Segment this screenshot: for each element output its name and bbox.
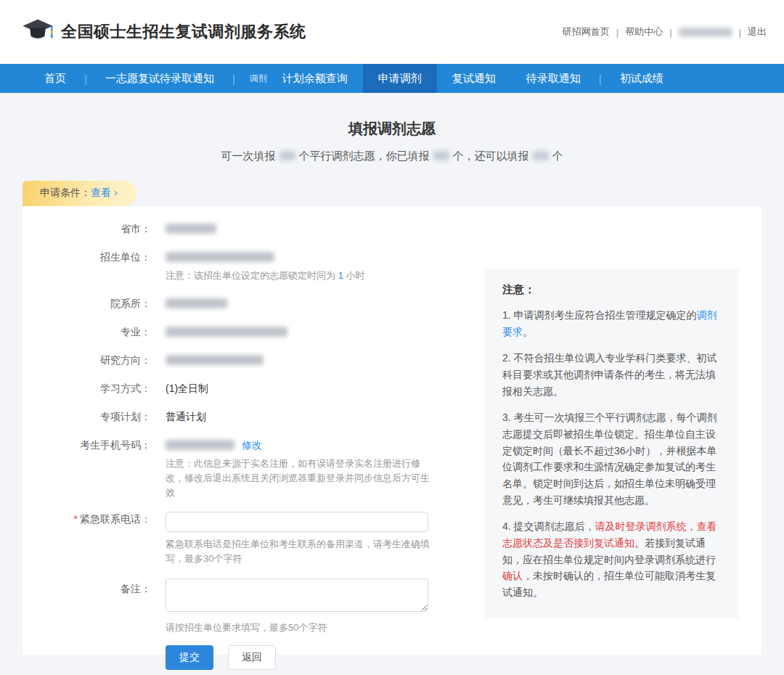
research-direction-value-redacted <box>166 355 264 365</box>
nav-item-first-choice[interactable]: 一志愿复试待录取通知 <box>90 64 229 93</box>
special-plan-label: 专项计划： <box>23 409 151 424</box>
major-value-redacted <box>166 327 287 337</box>
subtitle-text: 个 <box>552 150 563 162</box>
emergency-phone-label-text: 紧急联系电话： <box>80 513 151 525</box>
admission-unit-label: 招生单位： <box>23 250 151 283</box>
subtitle-text: 个平行调剂志愿，你已填报 <box>299 150 430 162</box>
province-label: 省市： <box>23 221 151 236</box>
main-nav: 首页 | 一志愿复试待录取通知 | 调剂 计划余额查询 申请调剂 复试通知 待录… <box>0 64 784 93</box>
notice-1-text: 1. 申请调剂考生应符合招生管理规定确定的 <box>502 309 697 321</box>
nav-item-home[interactable]: 首页 <box>29 64 81 93</box>
nav-separator: | <box>229 64 238 93</box>
lock-time-note: 注意：该招生单位设定的志愿锁定时间为 1 小时 <box>166 269 364 283</box>
notice-item-2: 2. 不符合招生单位调入专业学科门类要求、初试科目要求或其他调剂申请条件的考生，… <box>502 350 721 399</box>
notice-panel: 注意： 1. 申请调剂考生应符合招生管理规定确定的调剂要求。 2. 不符合招生单… <box>485 269 738 618</box>
graduation-cap-icon <box>22 17 54 46</box>
count-redacted <box>279 151 295 160</box>
emergency-phone-input[interactable] <box>166 512 428 532</box>
study-mode-label: 学习方式： <box>23 381 151 396</box>
nav-separator: | <box>596 64 605 93</box>
required-asterisk: * <box>74 513 78 525</box>
nav-item-retest-notice[interactable]: 复试通知 <box>437 64 511 93</box>
page-head: 填报调剂志愿 可一次填报个平行调剂志愿，你已填报个，还可以填报个 <box>0 93 784 163</box>
notice-item-4: 4. 提交调剂志愿后，请及时登录调剂系统，查看志愿状态及是否接到复试通知。若接到… <box>502 518 721 600</box>
notice-1-suffix: 。 <box>523 326 533 338</box>
phone-label: 考生手机号码： <box>23 438 151 500</box>
lock-time-value: 1 <box>338 270 343 281</box>
count-redacted <box>533 151 549 160</box>
separator: | <box>616 27 618 38</box>
phone-note: 注意：此信息来源于实名注册，如有误请登录实名注册进行修改，修改后退出系统且关闭浏… <box>166 457 436 500</box>
yz-home-link[interactable]: 研招网首页 <box>563 25 610 38</box>
emergency-phone-hint: 紧急联系电话是招生单位和考生联系的备用渠道，请考生准确填写，最多30个字符 <box>166 537 431 566</box>
special-plan-value: 普通计划 <box>166 409 206 424</box>
app-header: 全国硕士生招生复试调剂服务系统 研招网首页 | 帮助中心 | | 退出 <box>0 0 784 64</box>
remark-label: 备注： <box>23 578 151 670</box>
nav-item-apply-active[interactable]: 申请调剂 <box>363 64 437 93</box>
brand: 全国硕士生招生复试调剂服务系统 <box>22 17 306 46</box>
page-subtitle: 可一次填报个平行调剂志愿，你已填报个，还可以填报个 <box>0 150 784 163</box>
subtitle-text: 可一次填报 <box>221 150 276 162</box>
page-title: 填报调剂志愿 <box>0 119 784 139</box>
department-label: 院系所： <box>23 296 151 311</box>
major-label: 专业： <box>23 324 151 339</box>
notice-title: 注意： <box>502 283 721 297</box>
subtitle-text: 个，还可以填报 <box>453 150 529 162</box>
back-button[interactable]: 返回 <box>228 645 276 670</box>
study-mode-value: (1)全日制 <box>166 381 208 396</box>
nav-separator: | <box>81 64 90 93</box>
username-redacted <box>679 28 732 37</box>
department-value-redacted <box>166 298 227 308</box>
nav-item-admission-notice[interactable]: 待录取通知 <box>511 64 596 93</box>
app-title: 全国硕士生招生复试调剂服务系统 <box>61 21 306 43</box>
view-condition-link[interactable]: 查看 › <box>91 187 118 198</box>
research-direction-label: 研究方向： <box>23 353 151 367</box>
nav-item-plan-balance[interactable]: 计划余额查询 <box>267 64 363 93</box>
remark-textarea[interactable] <box>166 578 428 612</box>
lock-time-note-text: 注意：该招生单位设定的志愿锁定时间为 <box>166 270 338 281</box>
notice-4-text: ，未按时确认的，招生单位可能取消考生复试通知。 <box>502 570 716 598</box>
volunteer-form-card: 省市： 招生单位： 注意：该招生单位设定的志愿锁定时间为 1 小时 院系所： 专… <box>23 206 761 655</box>
modify-phone-link[interactable]: 修改 <box>242 439 262 451</box>
nav-item-exam-score[interactable]: 初试成绩 <box>605 64 679 93</box>
nav-group-tag-tiaoji: 调剂 <box>238 64 267 93</box>
notice-4-confirm: 确认 <box>502 570 523 581</box>
notice-item-1: 1. 申请调剂考生应符合招生管理规定确定的调剂要求。 <box>502 307 721 340</box>
apply-condition-label: 申请条件： <box>40 187 91 198</box>
separator: | <box>739 27 741 38</box>
emergency-phone-label: *紧急联系电话： <box>23 512 151 566</box>
notice-item-3: 3. 考生可一次填报三个平行调剂志愿，每个调剂志愿提交后即被招生单位锁定。招生单… <box>502 409 721 508</box>
count-redacted <box>433 151 449 160</box>
logout-link[interactable]: 退出 <box>748 25 767 38</box>
lock-time-unit: 小时 <box>343 270 365 281</box>
phone-value-redacted <box>166 440 234 450</box>
admission-unit-value-redacted <box>166 252 274 262</box>
notice-4-text: 4. 提交调剂志愿后， <box>502 520 595 532</box>
separator: | <box>669 27 671 38</box>
remark-hint: 请按招生单位要求填写，最多50个字符 <box>166 621 428 635</box>
apply-condition-tab: 申请条件：查看 › <box>23 181 136 206</box>
submit-button[interactable]: 提交 <box>166 645 213 670</box>
help-center-link[interactable]: 帮助中心 <box>625 25 663 38</box>
header-links: 研招网首页 | 帮助中心 | | 退出 <box>563 25 767 38</box>
province-value-redacted <box>166 224 216 234</box>
